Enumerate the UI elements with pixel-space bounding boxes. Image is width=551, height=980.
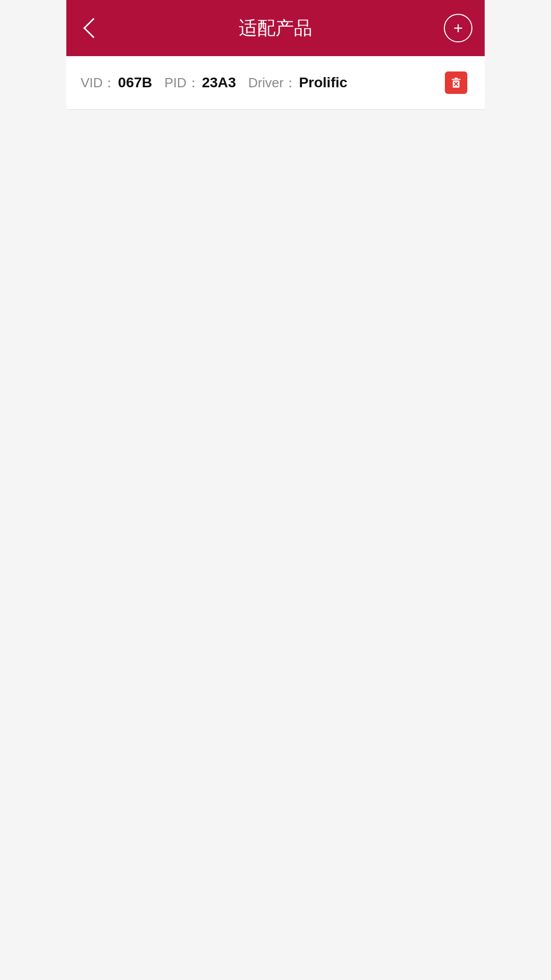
- driver-value: Prolific: [299, 75, 347, 91]
- trash-svg-icon: [449, 76, 463, 89]
- plus-icon: +: [454, 20, 463, 36]
- pid-group: PID： 23A3: [164, 74, 236, 92]
- svg-rect-0: [452, 79, 460, 80]
- driver-label: Driver：: [248, 74, 297, 92]
- add-button[interactable]: +: [444, 14, 472, 42]
- vid-group: VID： 067B: [81, 74, 152, 92]
- pid-label: PID：: [164, 74, 199, 92]
- page-title: 适配产品: [239, 16, 312, 41]
- trash-icon: [445, 71, 467, 94]
- delete-button[interactable]: [442, 68, 470, 97]
- pid-value: 23A3: [202, 75, 236, 91]
- info-bar: VID： 067B PID： 23A3 Driver： Prolific: [66, 56, 485, 110]
- back-arrow-icon: [83, 18, 104, 38]
- driver-group: Driver： Prolific: [248, 74, 347, 92]
- vid-value: 067B: [118, 75, 152, 91]
- vid-label: VID：: [81, 74, 116, 92]
- svg-rect-1: [455, 78, 458, 79]
- content-area: [66, 110, 485, 980]
- app-header: 适配产品 +: [66, 0, 485, 56]
- back-button[interactable]: [79, 15, 104, 41]
